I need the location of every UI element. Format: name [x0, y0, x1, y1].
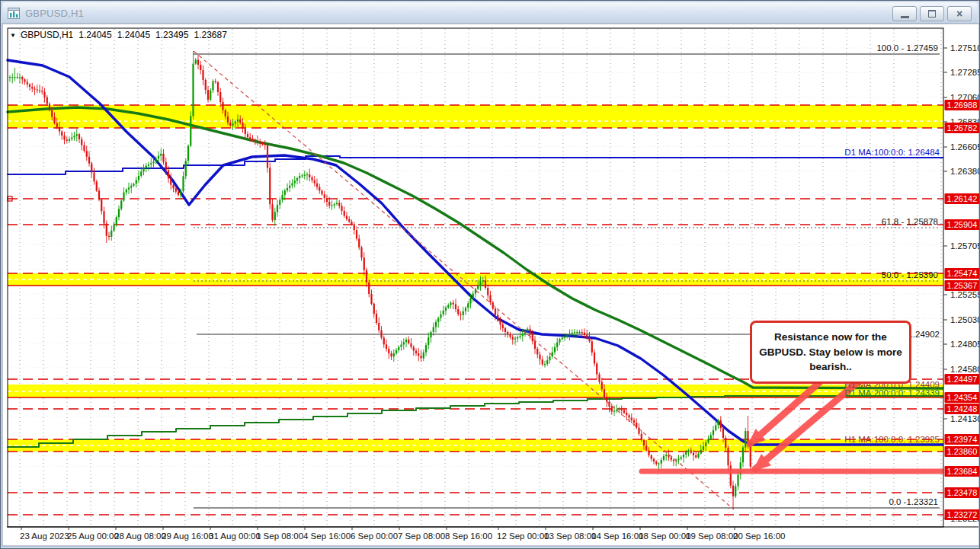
svg-text:0.0 -1.23321: 0.0 -1.23321 — [889, 497, 938, 506]
svg-text:1.26142: 1.26142 — [947, 194, 978, 203]
chart-ohlc-header: ▼GBPUSD,H11.240451.240451.234951.23687 — [10, 30, 227, 40]
svg-text:1.27285: 1.27285 — [950, 68, 980, 77]
d1-ma-100-label: D1 MA:100:0:0: 1.26484 — [844, 148, 940, 157]
svg-text:1.26380: 1.26380 — [950, 167, 980, 176]
svg-text:13 Sep 08:00: 13 Sep 08:00 — [544, 531, 596, 541]
chart-canvas[interactable]: 1.275101.272851.270601.268301.266051.263… — [1, 1, 980, 549]
svg-text:100.0 - 1.27459: 100.0 - 1.27459 — [876, 43, 938, 53]
svg-text:4 Sep 16:00: 4 Sep 16:00 — [303, 531, 351, 541]
svg-text:1.23272: 1.23272 — [947, 510, 978, 519]
symbol-dropdown-icon[interactable]: ▼ — [10, 32, 16, 39]
annotation-textbox[interactable]: Resistance now for the GBPUSD. Stay belo… — [750, 321, 911, 384]
svg-text:6 Sep 00:00: 6 Sep 00:00 — [351, 531, 398, 541]
svg-text:1.23478: 1.23478 — [947, 488, 978, 497]
svg-text:1.24902: 1.24902 — [908, 330, 940, 339]
svg-text:18 Sep 00:00: 18 Sep 00:00 — [639, 531, 690, 541]
svg-text:23 Aug 2023: 23 Aug 2023 — [20, 531, 69, 541]
ohlc-high: 1.24045 — [117, 30, 150, 40]
svg-text:31 Aug 00:00: 31 Aug 00:00 — [209, 531, 261, 541]
svg-text:1.23974: 1.23974 — [947, 435, 978, 444]
svg-text:1.24354: 1.24354 — [947, 393, 978, 402]
svg-text:1.24497: 1.24497 — [947, 375, 978, 384]
svg-text:7 Sep 08:00: 7 Sep 08:00 — [398, 531, 445, 541]
ohlc-open: 1.24045 — [78, 30, 111, 40]
svg-text:1.23684: 1.23684 — [947, 467, 978, 476]
svg-text:12 Sep 00:00: 12 Sep 00:00 — [497, 531, 549, 541]
svg-text:1.26988: 1.26988 — [947, 101, 978, 110]
d1-ma-200-label: D1 MA:200:0:0: 1.24339 — [844, 388, 940, 397]
svg-text:14 Sep 16:00: 14 Sep 16:00 — [591, 531, 643, 541]
svg-text:29 Aug 16:00: 29 Aug 16:00 — [162, 531, 213, 541]
svg-text:1.23860: 1.23860 — [947, 447, 978, 456]
svg-text:1.24248: 1.24248 — [947, 404, 978, 413]
svg-text:1 Sep 08:00: 1 Sep 08:00 — [256, 531, 303, 541]
svg-text:1.24130: 1.24130 — [950, 414, 980, 423]
h1-ma-100-label: H1 MA:100:0:0: 1.23925 — [844, 435, 940, 444]
ohlc-close: 1.23687 — [194, 30, 226, 40]
svg-text:20 Sep 16:00: 20 Sep 16:00 — [733, 531, 785, 541]
svg-text:1.26782: 1.26782 — [947, 123, 978, 132]
svg-text:1.26605: 1.26605 — [950, 142, 980, 152]
svg-text:61.8 - 1.25878: 61.8 - 1.25878 — [882, 217, 938, 226]
svg-text:1.27510: 1.27510 — [950, 43, 980, 53]
svg-text:28 Aug 08:00: 28 Aug 08:00 — [114, 531, 166, 541]
svg-text:25 Aug 00:00: 25 Aug 00:00 — [67, 531, 119, 541]
svg-text:1.25030: 1.25030 — [950, 315, 980, 324]
svg-text:1.25705: 1.25705 — [950, 241, 980, 251]
svg-text:50.0 - 1.25390: 50.0 - 1.25390 — [882, 270, 938, 279]
ohlc-symbol: GBPUSD,H1 — [21, 30, 73, 40]
svg-text:1.24805: 1.24805 — [950, 340, 980, 349]
svg-text:19 Sep 08:00: 19 Sep 08:00 — [686, 531, 738, 541]
mt4-chart-window: GBPUSD,H1 × 1.275101.272851.270601.26830… — [0, 0, 980, 549]
svg-text:8 Sep 16:00: 8 Sep 16:00 — [445, 531, 492, 541]
svg-text:1.25367: 1.25367 — [947, 281, 978, 290]
svg-text:1.25255: 1.25255 — [950, 290, 980, 299]
svg-text:1.25904: 1.25904 — [947, 220, 978, 229]
svg-text:1.24580: 1.24580 — [950, 365, 980, 374]
ohlc-low: 1.23495 — [155, 30, 188, 40]
svg-text:1.25474: 1.25474 — [947, 269, 978, 278]
